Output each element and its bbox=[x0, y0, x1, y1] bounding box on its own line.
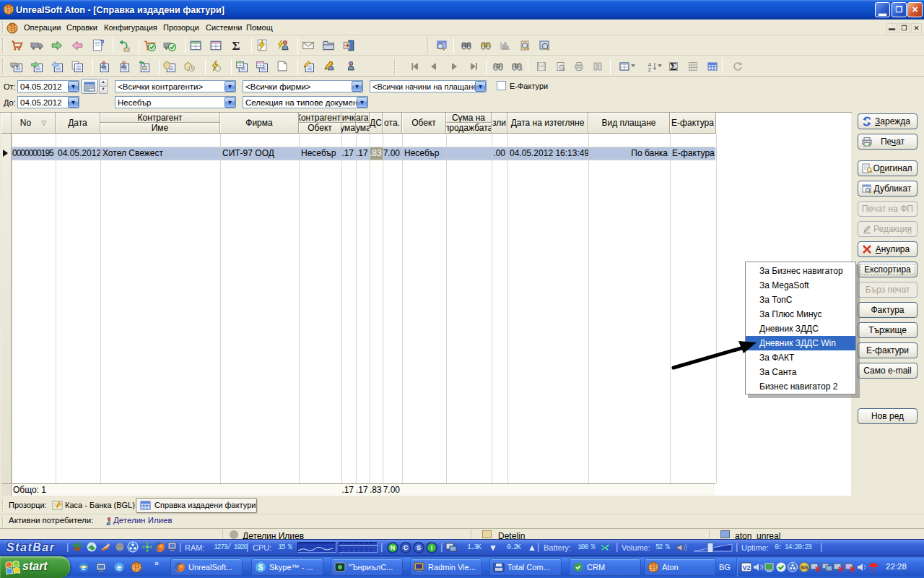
svg-text:S: S bbox=[258, 564, 263, 571]
svg-text:?: ? bbox=[100, 39, 104, 47]
svg-text:e: e bbox=[117, 563, 121, 571]
svg-text:Σ: Σ bbox=[670, 61, 677, 72]
svg-text:A: A bbox=[648, 62, 651, 67]
svg-text:V2: V2 bbox=[742, 564, 750, 571]
svg-text:e: e bbox=[82, 564, 86, 571]
svg-text:Z: Z bbox=[648, 67, 652, 72]
svg-text:SiS: SiS bbox=[801, 565, 808, 570]
svg-text:Σ: Σ bbox=[232, 39, 240, 52]
